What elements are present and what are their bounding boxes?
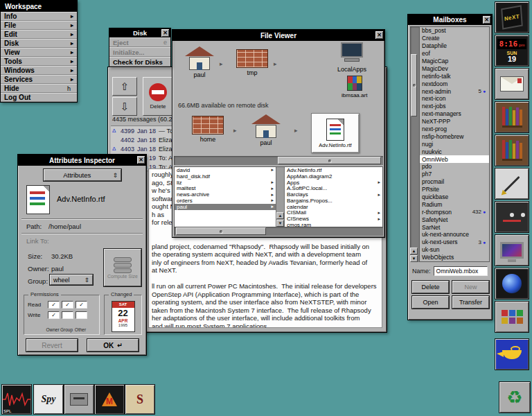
mail-app-tile[interactable] [495,68,529,100]
menu-item[interactable]: Check for Disks [109,57,170,67]
mailboxes-scrollbar[interactable] [410,26,419,262]
browser-row[interactable]: Adv.NetInfo.rtf [285,167,382,173]
shelf-icon-paul[interactable]: paul [184,46,215,78]
browser-row[interactable]: hard_disk.hdf [175,173,276,180]
scroll-up-icon[interactable] [410,248,418,254]
mailbox-row[interactable]: SafetyNet [420,216,489,223]
inspector-mode-popup[interactable]: Attributes [44,169,121,181]
path-icon-home[interactable]: home [192,116,224,143]
mailbox-row[interactable]: bbs_post [420,27,489,35]
workspace-menu-titlebar[interactable]: Workspace [1,1,77,12]
scroll-down-icon[interactable] [276,220,284,227]
transfer-button[interactable]: Transfer [452,296,489,309]
mailbox-row[interactable]: uk-next-announce [420,231,489,239]
browser-row[interactable]: CISMail ▸ [285,210,382,216]
genie-app-tile[interactable] [495,338,529,370]
mailbox-row[interactable]: procmail [420,178,489,186]
shelf-scrollbar[interactable] [174,156,383,165]
scroll-up-icon[interactable] [276,212,284,219]
browser-row[interactable]: paul ▸ [175,204,276,210]
mailbox-row[interactable]: quickbase [420,193,489,201]
close-icon[interactable] [483,16,490,24]
perm-write-group[interactable] [62,311,73,319]
mailbox-row[interactable]: nsfip-homebrew [420,132,489,140]
orb-app-tile[interactable] [495,268,529,300]
mailbox-row[interactable]: next-managers [420,110,489,118]
browser-row[interactable]: AppMan.diagram2 [285,173,382,180]
browser-row[interactable]: cmos.ram [285,222,382,227]
scrollbar-knob[interactable] [176,227,266,235]
browser-row[interactable]: david ▸ [175,167,276,173]
flame-app-tile[interactable]: M [94,384,125,415]
mailbox-row[interactable]: pdo [420,163,489,171]
mailbox-row[interactable]: uk-next-users 3 ● [420,239,489,246]
browser-row[interactable]: orders ▸ [175,198,276,204]
scroll-down-icon[interactable] [410,255,418,262]
column-scrollbar[interactable] [276,167,285,227]
mailbox-row[interactable]: Dataphile [420,42,489,50]
scribe-app-tile[interactable]: S [125,384,155,415]
inspector-titlebar[interactable]: Attributes Inspector [18,155,146,166]
bookshelf-app-tile[interactable] [495,101,529,133]
mailbox-name-field[interactable]: OmniWeb.mbox [434,266,488,276]
browser-row[interactable]: Barclays ▸ [285,191,382,198]
mailbox-row[interactable]: NeXT-PPP [420,118,489,125]
perm-read-owner[interactable]: ✓ [48,301,60,309]
previous-message-button[interactable] [112,77,137,96]
menu-item[interactable]: Info ▸ [1,12,77,21]
clock-tile[interactable]: 8:16 pm SUN 19 [495,35,529,67]
mailbox-row[interactable]: OmniWeb [420,155,489,163]
menu-item[interactable]: Edit ▸ [1,30,77,39]
player-app-tile[interactable] [495,201,529,233]
browser-row[interactable]: mailtest ▸ [175,185,276,191]
perm-write-owner[interactable]: ✓ [48,311,60,319]
mailbox-row[interactable]: MagicDev [420,64,489,72]
perm-read-group[interactable]: ✓ [62,301,73,309]
revert-button[interactable]: Revert [26,339,78,352]
mailboxes-titlebar[interactable]: Mailboxes [408,15,492,25]
menu-item[interactable]: Tools ▸ [1,57,77,66]
path-icon-paul[interactable]: paul [250,114,282,146]
mailbox-row[interactable]: next-jobs [420,103,489,110]
menu-item[interactable]: Initialize... [109,47,170,57]
browser-row[interactable]: news-archive ▸ [175,191,276,198]
file-viewer-titlebar[interactable]: File Viewer [172,30,384,41]
open-mailbox-button[interactable]: Open [412,296,449,309]
mailbox-row[interactable]: nuukvic [420,148,489,155]
browser-row[interactable]: CISnews ▸ [285,216,382,222]
browser-row[interactable]: Apps ▸ [285,180,382,186]
mailbox-row[interactable]: uk-sun [420,246,489,254]
spy-app-tile[interactable]: Spy [33,384,64,415]
scrollbar-knob[interactable] [278,157,381,164]
next-logo-tile[interactable]: NeXT [495,1,529,33]
next-message-button[interactable] [112,97,137,116]
mailbox-row[interactable]: nextdoom [420,80,489,87]
mailbox-row[interactable]: nugi [420,140,489,148]
recycler-tile[interactable] [499,381,531,413]
new-mailbox-button[interactable]: New [452,281,489,293]
scrollbar-knob[interactable] [411,54,417,116]
compute-size-button[interactable]: Compute Size [104,249,141,286]
shelf-icon-localapps[interactable]: LocalApps [337,42,366,73]
menu-item[interactable]: Log Out [1,93,77,102]
delete-mailbox-button[interactable]: Delete [412,281,449,293]
menu-item[interactable]: Disk ▸ [1,39,77,48]
mailbox-row[interactable]: netinfo-talk [420,72,489,80]
browser-row[interactable]: liz ▸ [175,180,276,186]
shelf-icon-tmp[interactable]: tmp [236,49,268,76]
menu-item[interactable]: Eject e [109,37,170,47]
mailbox-row[interactable]: MagicCap [420,58,489,65]
browser-row[interactable]: Bargains.Propos... [285,198,382,204]
mailbox-row[interactable]: Create [420,35,489,42]
mailbox-row[interactable]: r-thompson 432 ● [420,208,489,216]
browser-row[interactable]: calendar [285,204,382,210]
sound-app-tile[interactable]: SPL [1,384,32,415]
mailbox-row[interactable]: WebObjects [420,254,489,261]
menu-item[interactable]: Windows ▸ [1,66,77,75]
library-app-tile[interactable] [495,135,529,166]
menu-item[interactable]: Hide h [1,84,77,93]
mailbox-row[interactable]: next-prog [420,125,489,133]
backup-app-tile[interactable] [64,384,94,415]
editor-app-tile[interactable] [495,168,529,200]
mailbox-row[interactable]: Radium [420,200,489,208]
